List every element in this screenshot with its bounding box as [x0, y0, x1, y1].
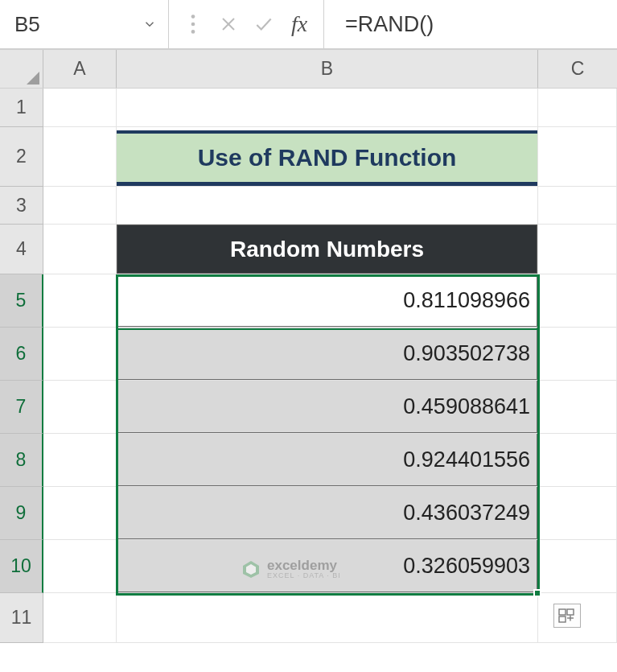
column-headers-row: A B C [0, 50, 617, 89]
watermark-tagline: EXCEL · DATA · BI [267, 572, 341, 579]
svg-point-2 [191, 30, 195, 34]
name-box[interactable]: B5 [0, 0, 169, 49]
svg-rect-7 [567, 609, 574, 615]
row-header-5[interactable]: 5 [0, 274, 43, 328]
data-cell[interactable]: 0.811098966 [117, 274, 537, 327]
formula-bar: B5 fx [0, 0, 617, 50]
watermark-logo-icon [241, 559, 261, 579]
svg-rect-6 [559, 616, 566, 622]
table-row: 0.811098966 [43, 274, 617, 328]
dots-icon [177, 8, 209, 40]
formula-bar-buttons: fx [169, 0, 324, 49]
enter-check-icon[interactable] [248, 8, 280, 40]
data-cell[interactable]: 0.903502738 [117, 328, 537, 380]
svg-rect-5 [559, 609, 566, 615]
data-cell[interactable]: 0.459088641 [117, 381, 537, 433]
data-cell[interactable]: 0.436037249 [117, 487, 537, 539]
row-header-8[interactable]: 8 [0, 434, 43, 487]
row-header-11[interactable]: 11 [0, 593, 43, 643]
fx-icon[interactable]: fx [283, 8, 315, 40]
row-header-6[interactable]: 6 [0, 328, 43, 381]
table-row: 0.436037249 [43, 487, 617, 540]
table-row: 0.903502738 [43, 328, 617, 381]
watermark: exceldemy EXCEL · DATA · BI [241, 559, 341, 579]
row-header-7[interactable]: 7 [0, 381, 43, 434]
formula-input[interactable] [324, 0, 617, 48]
row-header-2[interactable]: 2 [0, 127, 43, 187]
row-header-1[interactable]: 1 [0, 89, 43, 127]
col-header-A[interactable]: A [43, 50, 117, 88]
svg-point-0 [191, 14, 195, 19]
table-row [43, 89, 617, 127]
col-header-B[interactable]: B [117, 50, 538, 88]
quick-analysis-icon [558, 608, 576, 623]
cancel-icon[interactable] [212, 8, 245, 40]
table-row: Use of RAND Function [43, 127, 617, 187]
col-header-C[interactable]: C [538, 50, 617, 88]
select-all-corner[interactable] [0, 50, 43, 88]
data-cell[interactable]: 0.924401556 [117, 434, 537, 486]
chevron-down-icon[interactable] [142, 12, 157, 37]
watermark-brand: exceldemy [267, 559, 341, 572]
table-column-header: Random Numbers [117, 225, 537, 274]
quick-analysis-button[interactable] [553, 604, 581, 628]
row-header-4[interactable]: 4 [0, 225, 43, 274]
row-header-9[interactable]: 9 [0, 487, 43, 540]
name-box-value: B5 [14, 12, 40, 37]
table-row: 0.459088641 [43, 381, 617, 434]
title-banner: Use of RAND Function [117, 130, 537, 186]
table-row [43, 593, 617, 643]
table-row [43, 187, 617, 225]
svg-point-1 [191, 23, 195, 27]
row-headers: 1 2 3 4 5 6 7 8 9 10 11 [0, 89, 43, 643]
table-row: Random Numbers [43, 225, 617, 274]
row-header-10[interactable]: 10 [0, 540, 43, 593]
row-header-3[interactable]: 3 [0, 187, 43, 225]
table-row: 0.924401556 [43, 434, 617, 487]
